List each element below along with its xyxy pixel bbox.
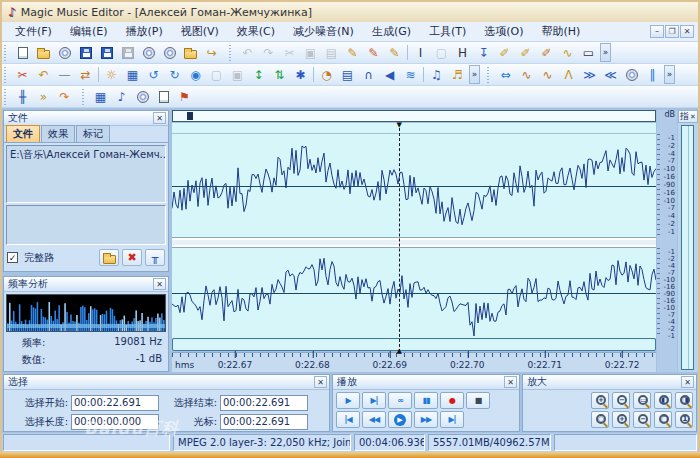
overview-scrollbar[interactable]: [172, 110, 656, 122]
rotate-right-button[interactable]: ↻: [164, 65, 185, 84]
mdi-close-button[interactable]: ✕: [680, 25, 694, 38]
zoom-window-button[interactable]: □: [654, 411, 672, 428]
batch-convert-button[interactable]: [180, 43, 201, 62]
horizontal-scrollbar[interactable]: [172, 338, 656, 351]
secondary-list[interactable]: [6, 205, 166, 245]
save-button[interactable]: [75, 43, 96, 62]
fade-in-button[interactable]: ≫: [579, 65, 600, 84]
settings-gear-button[interactable]: ☼: [101, 65, 122, 84]
gate-bars-button[interactable]: ╫: [12, 87, 33, 106]
orange-curve-button[interactable]: ↷: [54, 87, 75, 106]
selection-start-input[interactable]: [71, 395, 159, 411]
level-meter-header[interactable]: 指 ✕: [678, 110, 698, 123]
level-meter-button[interactable]: ‖: [642, 65, 663, 84]
equalizer-button[interactable]: ▤: [337, 65, 358, 84]
zoom-right-edge-button[interactable]: ◨: [675, 392, 693, 409]
gear-wheel-button[interactable]: ✱: [290, 65, 311, 84]
close-icon[interactable]: ✕: [153, 112, 166, 124]
yellow-brackets-button[interactable]: »: [33, 87, 54, 106]
exit-button[interactable]: ↪: [201, 43, 222, 62]
toolbar-drag-handle[interactable]: [4, 89, 9, 105]
cd-ripper-button[interactable]: [159, 43, 180, 62]
mdi-minimize-button[interactable]: –: [650, 25, 664, 38]
menu-item-5[interactable]: 减少噪音(N): [284, 22, 363, 41]
media-convert-button[interactable]: ▦: [90, 87, 111, 106]
edit-pen-2-button[interactable]: ✎: [363, 43, 384, 62]
fast-forward-button[interactable]: ▶▶: [414, 411, 438, 428]
menu-item-0[interactable]: 文件(F): [6, 22, 61, 41]
open-file-button[interactable]: [33, 43, 54, 62]
sound-waves-button[interactable]: ≋: [400, 65, 421, 84]
record-button[interactable]: ●: [440, 392, 464, 409]
playback-cursor[interactable]: ▼ ▲: [399, 123, 400, 352]
burn-cd-button[interactable]: [138, 43, 159, 62]
selection-strip[interactable]: [172, 123, 656, 134]
play-button[interactable]: ▶: [336, 392, 360, 409]
menu-item-9[interactable]: 帮助(H): [533, 22, 590, 41]
undo-edit-button[interactable]: ↶: [33, 65, 54, 84]
save-as-button[interactable]: [96, 43, 117, 62]
delete-selection-button[interactable]: —: [54, 65, 75, 84]
stretch-vertical-button[interactable]: ↕: [248, 65, 269, 84]
channel-separator[interactable]: [172, 237, 656, 248]
playback-panel-header[interactable]: 播放 ✕: [333, 375, 519, 390]
overview-position-marker[interactable]: [187, 112, 193, 120]
microphone-level-button[interactable]: ♬: [447, 65, 468, 84]
menu-item-3[interactable]: 视图(V): [172, 22, 228, 41]
zoom-in-horizontal-button[interactable]: +: [591, 392, 609, 409]
loop-play-button[interactable]: ∞: [388, 392, 412, 409]
rotate-left-button[interactable]: ↺: [143, 65, 164, 84]
toolbar-drag-handle[interactable]: [4, 67, 9, 83]
toolbar-overflow-button[interactable]: »: [469, 65, 480, 84]
zoom-selection-button[interactable]: ▭: [633, 392, 651, 409]
music-notes-button[interactable]: ♫: [426, 65, 447, 84]
lasso-select-button[interactable]: ∿: [557, 43, 578, 62]
fade-out-button[interactable]: ≪: [600, 65, 621, 84]
format-flag-button[interactable]: ⚑: [174, 87, 195, 106]
cd-audio-button[interactable]: [621, 65, 642, 84]
bat-script-button[interactable]: [153, 87, 174, 106]
remove-file-button[interactable]: ✖: [122, 249, 142, 266]
zoom-full-button[interactable]: ○: [591, 411, 609, 428]
menu-item-1[interactable]: 编辑(E): [61, 22, 117, 41]
menu-item-8[interactable]: 选项(O): [475, 22, 532, 41]
menu-item-4[interactable]: 效果(C): [228, 22, 284, 41]
menu-item-2[interactable]: 播放(P): [116, 22, 171, 41]
go-to-end-button[interactable]: ▶|: [440, 411, 464, 428]
wave-stretch-button[interactable]: ⇔: [495, 65, 516, 84]
speaker-button[interactable]: ◀: [379, 65, 400, 84]
sine-effect-2-button[interactable]: ∿: [537, 65, 558, 84]
close-icon[interactable]: ✕: [153, 278, 166, 290]
tab-effects[interactable]: 效果: [41, 125, 75, 142]
cursor-position-input[interactable]: [220, 414, 308, 430]
tab-files[interactable]: 文件: [6, 125, 40, 142]
file-list[interactable]: E:\音乐\Алексей Гоман-Жемч...: [6, 145, 166, 203]
zoom-out-vertical-button[interactable]: −: [633, 411, 651, 428]
new-file-button[interactable]: [12, 43, 33, 62]
close-icon[interactable]: ✕: [681, 376, 694, 388]
cut-audio-button[interactable]: ✂: [12, 65, 33, 84]
title-bar[interactable]: ♪ Magic Music Editor - [Алексей Гоман-Же…: [2, 2, 698, 22]
triangle-wave-button[interactable]: Λ: [558, 65, 579, 84]
close-icon[interactable]: ✕: [504, 376, 517, 388]
open-file-button[interactable]: [99, 249, 119, 266]
go-to-start-button[interactable]: |◀: [336, 411, 360, 428]
timeline-ruler[interactable]: hms 0:22.670:22.680:22.690:22.700:22.710…: [172, 352, 656, 372]
play-to-end-button[interactable]: ▶|: [362, 392, 386, 409]
close-icon[interactable]: ✕: [314, 376, 327, 388]
toolbar-overflow-button[interactable]: »: [600, 43, 611, 62]
zoom-normal-button[interactable]: 1: [675, 411, 693, 428]
selection-panel-header[interactable]: 选择 ✕: [4, 375, 329, 390]
zoom-panel-header[interactable]: 放大 ✕: [523, 375, 696, 390]
toolbar-drag-handle[interactable]: [487, 67, 492, 83]
menu-item-7[interactable]: 工具(T): [420, 22, 475, 41]
toolbar-drag-handle[interactable]: [229, 45, 234, 61]
zoom-left-edge-button[interactable]: ◧: [654, 392, 672, 409]
marker-pen-1-button[interactable]: ✐: [494, 43, 515, 62]
marker-pen-2-button[interactable]: ✐: [515, 43, 536, 62]
waveform-left-channel[interactable]: [172, 134, 656, 237]
play-all-button[interactable]: ▶: [388, 411, 412, 428]
drop-marker-button[interactable]: ↧: [473, 43, 494, 62]
toolbar-drag-handle[interactable]: [82, 89, 87, 105]
edit-pen-3-button[interactable]: ✎: [384, 43, 405, 62]
